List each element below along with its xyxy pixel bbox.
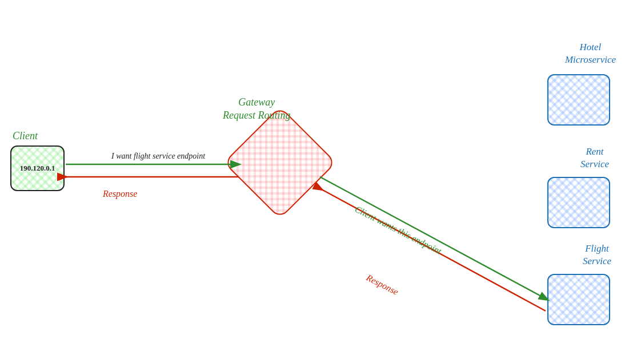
gateway-label: Gateway Request Routing [223,96,290,123]
diagram-container: Client 190.120.0.1 Gateway Request Routi… [0,0,633,364]
flight-service-label: Flight Service [583,242,611,268]
hotel-service-label: Hotel Microservice [565,41,616,66]
response-label-left-text: Response [102,189,137,199]
hotel-service-box [547,74,610,126]
rent-service-label: Rent Service [580,145,609,171]
client-wants-arrow [320,177,547,300]
client-box: 190.120.0.1 [10,145,65,191]
client-wants-label-text: Client wants this endpoint [353,204,443,257]
gateway-diamond [223,106,336,219]
client-label: Client [13,130,38,142]
response-arrow-right [322,189,546,311]
flight-service-box [547,274,610,325]
response-label-right-text: Response [364,272,400,297]
request-label-text: I want flight service endpoint [111,152,206,160]
rent-service-box [547,177,610,228]
client-ip: 190.120.0.1 [20,164,55,173]
